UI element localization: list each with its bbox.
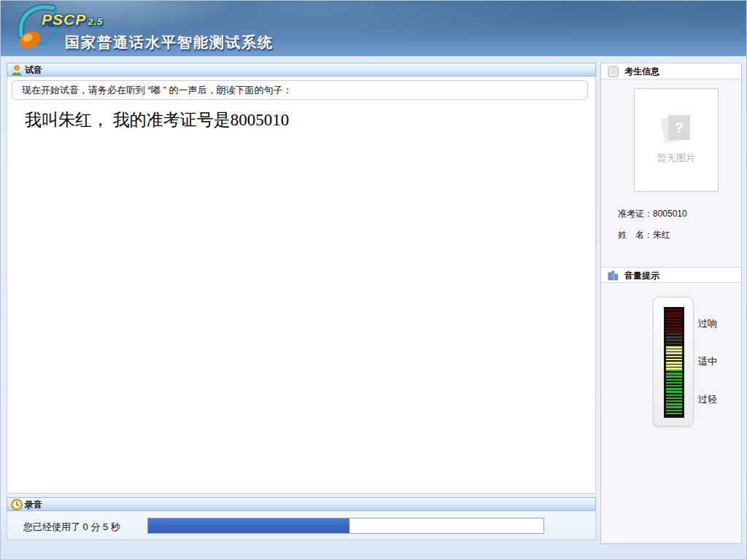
clipboard-icon xyxy=(608,66,619,77)
name-label: 姓 名： xyxy=(618,230,653,240)
meter-zone-red xyxy=(666,309,682,333)
time-used-text: 您已经使用了 0 分 5 秒 xyxy=(23,521,120,534)
volume-hint-header: 音量提示 xyxy=(601,267,741,283)
recording-progress-fill xyxy=(148,518,349,533)
volume-label-too-loud: 过响 xyxy=(698,317,717,330)
meter-zone-green xyxy=(666,370,682,416)
admission-number-value: 8005010 xyxy=(653,209,687,219)
recording-progress-bar xyxy=(147,518,544,534)
recording-section-header: 录音 xyxy=(7,497,596,511)
volume-meter xyxy=(653,297,694,427)
logo-pscp-text: PSCP xyxy=(42,11,86,28)
app-window: PSCP2.5 国家普通话水平智能测试系统 试音 现在开始试音，请务必在听到 “… xyxy=(0,0,747,560)
volume-hint-label: 音量提示 xyxy=(624,271,659,281)
volume-meter-bar xyxy=(664,307,684,418)
name-value: 朱红 xyxy=(653,230,670,240)
recording-section-label: 录音 xyxy=(25,499,42,510)
meter-zone-unlit xyxy=(666,333,682,346)
volume-label-moderate: 适中 xyxy=(698,355,717,368)
admission-number-label: 准考证： xyxy=(618,209,653,219)
sound-test-content: 现在开始试音，请务必在听到 “嘟 ” 的一声后，朗读下面的句子： 我叫朱红， 我… xyxy=(7,77,596,494)
sound-test-section-label: 试音 xyxy=(25,65,42,75)
volume-label-too-quiet: 过轻 xyxy=(698,393,717,406)
app-header: PSCP2.5 国家普通话水平智能测试系统 xyxy=(1,1,747,58)
instruction-box: 现在开始试音，请务必在听到 “嘟 ” 的一声后，朗读下面的句子： xyxy=(12,80,588,100)
examinee-photo-placeholder: ? 暂无图片 xyxy=(634,88,719,192)
admission-number-line: 准考证：8005010 xyxy=(618,208,687,220)
no-photo-label: 暂无图片 xyxy=(635,152,718,165)
bottom-fade xyxy=(1,545,747,559)
person-icon xyxy=(11,64,23,76)
clock-icon xyxy=(11,499,23,510)
logo-pscp: PSCP2.5 xyxy=(42,11,103,28)
bar-chart-icon xyxy=(608,270,619,281)
examinee-panel: 考生信息 ? 暂无图片 准考证：8005010 姓 名：朱红 音量提示 xyxy=(600,63,742,544)
meter-zone-yellow xyxy=(666,346,682,370)
logo-version: 2.5 xyxy=(88,16,103,27)
examinee-info-header: 考生信息 xyxy=(601,63,741,79)
recording-status-strip: 您已经使用了 0 分 5 秒 xyxy=(7,511,596,540)
name-line: 姓 名：朱红 xyxy=(618,229,670,241)
sound-test-section-header: 试音 xyxy=(7,63,596,77)
app-title: 国家普通话水平智能测试系统 xyxy=(65,33,274,52)
reading-sentence: 我叫朱红， 我的准考证号是8005010 xyxy=(25,109,289,131)
no-image-icon: ? xyxy=(662,115,692,144)
examinee-info-label: 考生信息 xyxy=(624,66,659,77)
